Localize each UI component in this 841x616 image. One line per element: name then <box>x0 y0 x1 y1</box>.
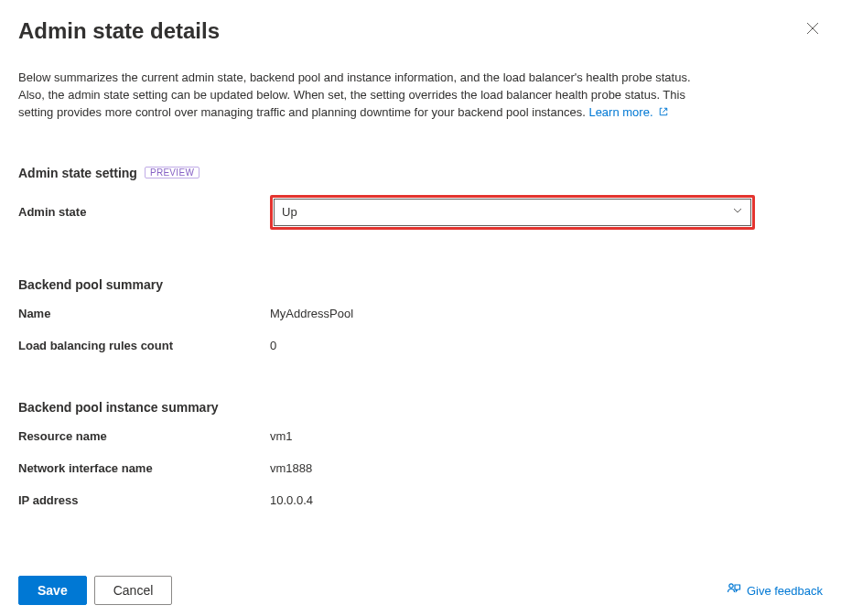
cancel-button[interactable]: Cancel <box>94 576 173 605</box>
backend-pool-summary-heading: Backend pool summary <box>18 277 823 292</box>
lb-rules-label: Load balancing rules count <box>18 339 270 352</box>
description-text: Below summarizes the current admin state… <box>18 70 714 122</box>
admin-state-heading-text: Admin state setting <box>18 166 137 180</box>
learn-more-label: Learn more. <box>588 105 652 119</box>
admin-state-dropdown-highlight: Up <box>270 195 755 230</box>
ip-label: IP address <box>18 493 270 507</box>
chevron-down-icon <box>732 205 743 219</box>
admin-state-row: Admin state Up <box>18 195 823 230</box>
pool-name-value: MyAddressPool <box>270 307 353 320</box>
header-row: Admin state details <box>18 18 823 44</box>
svg-point-0 <box>729 583 733 587</box>
nic-row: Network interface name vm1888 <box>18 461 823 475</box>
admin-state-section-heading: Admin state setting PREVIEW <box>18 166 823 180</box>
backend-pool-instance-heading: Backend pool instance summary <box>18 400 823 415</box>
resource-name-value: vm1 <box>270 429 293 443</box>
feedback-icon <box>727 582 741 600</box>
give-feedback-link[interactable]: Give feedback <box>727 582 823 600</box>
admin-state-dropdown[interactable]: Up <box>274 199 751 226</box>
preview-badge: PREVIEW <box>145 167 199 178</box>
ip-row: IP address 10.0.0.4 <box>18 493 823 507</box>
ip-value: 10.0.0.4 <box>270 493 313 507</box>
close-icon <box>806 24 819 38</box>
lb-rules-value: 0 <box>270 339 276 352</box>
footer: Save Cancel Give feedback <box>18 576 823 605</box>
admin-state-value: Up <box>282 205 297 219</box>
resource-name-label: Resource name <box>18 429 270 443</box>
resource-name-row: Resource name vm1 <box>18 429 823 443</box>
nic-label: Network interface name <box>18 461 270 475</box>
pool-name-row: Name MyAddressPool <box>18 307 823 320</box>
lb-rules-row: Load balancing rules count 0 <box>18 339 823 352</box>
feedback-label: Give feedback <box>747 584 823 598</box>
external-link-icon <box>656 105 669 119</box>
admin-state-label: Admin state <box>18 205 270 219</box>
learn-more-link[interactable]: Learn more. <box>588 105 669 119</box>
footer-buttons: Save Cancel <box>18 576 172 605</box>
page-title: Admin state details <box>18 18 220 44</box>
close-button[interactable] <box>803 18 823 41</box>
save-button[interactable]: Save <box>18 576 87 605</box>
nic-value: vm1888 <box>270 461 312 475</box>
pool-name-label: Name <box>18 307 270 320</box>
